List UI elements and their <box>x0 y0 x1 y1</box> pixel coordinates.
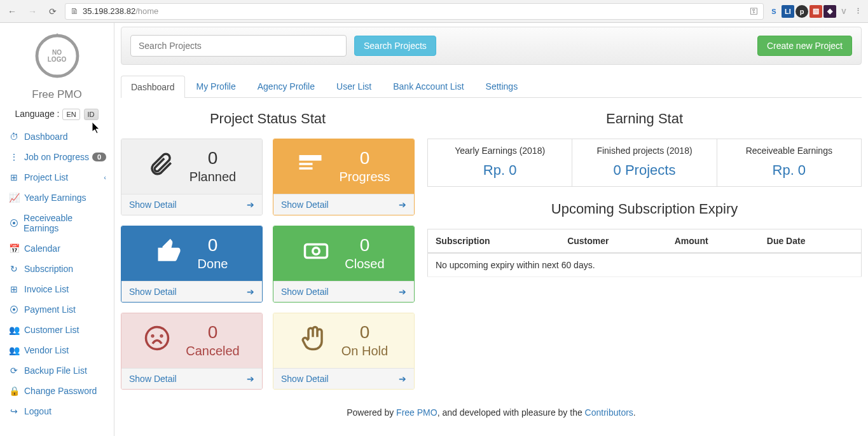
url-host: 35.198.238.82 <box>83 6 135 16</box>
svg-rect-1 <box>300 155 322 161</box>
menu-icon[interactable]: ⋮ <box>851 5 864 18</box>
lang-en-button[interactable]: EN <box>62 109 79 120</box>
svg-point-7 <box>152 335 153 336</box>
sidebar: NOLOGO Free PMO Language : EN ID ⏱Dashbo… <box>0 23 114 436</box>
lang-id-button[interactable]: ID <box>84 109 99 120</box>
footer-link-freepmo[interactable]: Free PMO <box>396 407 437 418</box>
nav-icon: ⦿ <box>9 218 18 228</box>
ext-similarweb-icon[interactable]: S <box>768 5 780 18</box>
toolbar: Search Projects Create new Project <box>121 27 862 65</box>
forward-button[interactable]: → <box>24 3 41 20</box>
sidebar-item-change-password[interactable]: 🔒Change Password <box>0 381 114 401</box>
sidebar-item-backup-file-list[interactable]: ⟳Backup File List <box>0 360 114 381</box>
sidebar-item-label: Payment List <box>24 304 76 315</box>
sidebar-item-label: Change Password <box>24 386 97 396</box>
stat-card-on-hold: 0On HoldShow Detail➔ <box>273 313 415 390</box>
stat-icon <box>300 325 330 357</box>
arrow-right-icon: ➔ <box>399 287 406 297</box>
sidebar-item-yearly-earnings[interactable]: 📈Yearly Earnings <box>0 187 114 208</box>
stat-label: Done <box>198 257 228 271</box>
search-input[interactable] <box>130 35 347 57</box>
nav-icon: 🔒 <box>9 386 19 396</box>
arrow-right-icon: ➔ <box>399 374 406 384</box>
sidebar-item-receiveable-earnings[interactable]: ⦿Receiveable Earnings <box>0 208 114 238</box>
sidebar-item-label: Job on Progress <box>24 152 89 162</box>
sidebar-item-dashboard[interactable]: ⏱Dashboard <box>0 126 114 147</box>
earning-cell-value[interactable]: Rp. 0 <box>433 162 567 179</box>
sidebar-item-job-on-progress[interactable]: ⋮Job on Progress0 <box>0 147 114 167</box>
earning-cell: Yearly Earnings (2018)Rp. 0 <box>428 139 572 186</box>
back-button[interactable]: ← <box>4 3 20 20</box>
show-detail-link[interactable]: Show Detail➔ <box>273 368 414 389</box>
arrow-right-icon: ➔ <box>247 200 254 210</box>
stat-icon <box>148 151 178 183</box>
sidebar-item-payment-list[interactable]: ⦿Payment List <box>0 299 114 320</box>
show-detail-link[interactable]: Show Detail➔ <box>273 281 414 302</box>
nav-icon: ⏱ <box>9 132 19 142</box>
earning-cell-value[interactable]: 0 Projects <box>577 162 711 179</box>
svg-rect-4 <box>305 244 327 257</box>
status-grid: 0PlannedShow Detail➔0ProgressShow Detail… <box>121 139 415 390</box>
ext-php-icon[interactable]: p <box>796 5 808 18</box>
footer-pre: Powered by <box>347 407 396 418</box>
search-button[interactable]: Search Projects <box>354 36 436 56</box>
ext-li-icon[interactable]: LI <box>782 5 794 18</box>
sidebar-item-label: Receiveable Earnings <box>24 213 105 233</box>
page-icon: 🗎 <box>71 6 79 16</box>
earning-cell: Finished projects (2018)0 Projects <box>572 139 717 186</box>
tab-dashboard[interactable]: Dashboard <box>121 76 185 98</box>
badge: 0 <box>92 153 106 161</box>
sidebar-item-calendar[interactable]: 📅Calendar <box>0 238 114 259</box>
earning-cell-value[interactable]: Rp. 0 <box>722 162 856 179</box>
reload-button[interactable]: ⟳ <box>45 3 61 20</box>
show-detail-link[interactable]: Show Detail➔ <box>121 194 262 215</box>
earning-cell-title: Yearly Earnings (2018) <box>433 146 567 156</box>
stat-icon <box>303 238 333 270</box>
sidebar-item-label: Dashboard <box>24 132 68 142</box>
no-logo-line1: NO <box>52 49 62 56</box>
tab-my-profile[interactable]: My Profile <box>186 75 246 97</box>
nav-icon: 📅 <box>9 243 19 254</box>
nav-icon: 👥 <box>9 325 19 335</box>
sidebar-item-logout[interactable]: ↪Logout <box>0 401 114 421</box>
stat-card-progress: 0ProgressShow Detail➔ <box>273 139 415 215</box>
key-icon: ⚿ <box>750 6 758 16</box>
nav-icon: ⊞ <box>9 172 19 182</box>
address-bar[interactable]: 🗎 35.198.238.82/home ⚿ <box>65 3 764 20</box>
nav: ⏱Dashboard⋮Job on Progress0⊞Project List… <box>0 126 114 421</box>
ext-dark-icon[interactable]: ◆ <box>823 5 836 18</box>
subscription-table: SubscriptionCustomerAmountDue Date No up… <box>427 229 862 277</box>
stat-num: 0 <box>339 149 390 167</box>
show-detail-link[interactable]: Show Detail➔ <box>273 194 414 215</box>
stat-num: 0 <box>189 149 236 167</box>
tab-user-list[interactable]: User List <box>326 75 382 97</box>
earning-row: Yearly Earnings (2018)Rp. 0Finished proj… <box>427 139 862 187</box>
ext-screencast-icon[interactable]: ▧ <box>809 5 822 18</box>
create-project-button[interactable]: Create new Project <box>757 36 852 56</box>
language-label: Language : <box>15 109 59 119</box>
earning-cell: Receiveable EarningsRp. 0 <box>717 139 861 186</box>
tab-settings[interactable]: Settings <box>476 75 528 97</box>
svg-rect-3 <box>300 167 313 170</box>
sidebar-item-vendor-list[interactable]: 👥Vendor List <box>0 340 114 360</box>
sidebar-item-label: Subscription <box>24 264 73 274</box>
footer-link-contributors[interactable]: Contributors <box>585 407 633 418</box>
sidebar-item-customer-list[interactable]: 👥Customer List <box>0 320 114 340</box>
tab-agency-profile[interactable]: Agency Profile <box>247 75 325 97</box>
ext-vue-icon[interactable]: V <box>837 5 850 18</box>
stat-label: On Hold <box>341 344 388 358</box>
show-detail-link[interactable]: Show Detail➔ <box>121 281 262 302</box>
stat-label: Canceled <box>186 344 240 358</box>
tab-bank-account-list[interactable]: Bank Account List <box>383 75 474 97</box>
table-header: Customer <box>560 229 667 254</box>
sidebar-item-subscription[interactable]: ↻Subscription <box>0 259 114 279</box>
nav-icon: ⋮ <box>9 152 19 162</box>
sidebar-item-invoice-list[interactable]: ⊞Invoice List <box>0 279 114 299</box>
nav-icon: ⦿ <box>9 304 19 315</box>
stat-icon <box>156 238 186 270</box>
chevron-left-icon: ‹ <box>104 174 106 181</box>
svg-point-5 <box>313 247 320 254</box>
svg-point-6 <box>146 327 169 349</box>
show-detail-link[interactable]: Show Detail➔ <box>121 368 262 389</box>
sidebar-item-project-list[interactable]: ⊞Project List‹ <box>0 167 114 187</box>
